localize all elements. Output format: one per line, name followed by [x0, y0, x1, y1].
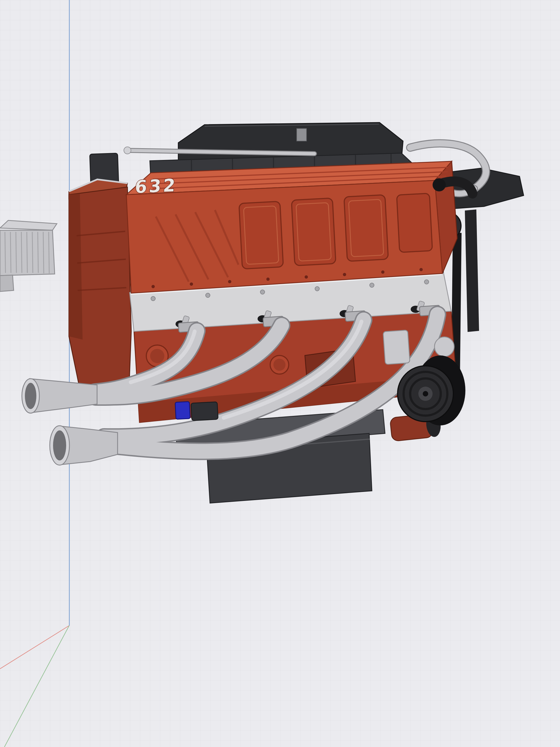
manifold-clip — [297, 129, 307, 141]
scene-canvas[interactable]: 632 — [0, 0, 560, 747]
flare-bore-upper — [25, 383, 36, 409]
fuel-rail-cap — [124, 147, 131, 154]
freeze-plug-inner — [150, 349, 164, 363]
crank-bolt — [423, 391, 428, 396]
valve-cover-front[interactable] — [126, 180, 442, 293]
pan-fittings[interactable] — [175, 402, 218, 421]
tensioner-pulley[interactable] — [434, 337, 454, 357]
displacement-label: 632 — [134, 175, 178, 197]
valve-cover[interactable]: 632 — [126, 161, 473, 293]
blue-fitting[interactable] — [175, 402, 190, 419]
pan-bracket — [191, 402, 218, 421]
flare-bore-lower — [53, 430, 66, 460]
timing-cover[interactable] — [69, 179, 131, 403]
pump-plate — [383, 330, 410, 364]
breather-fitting — [433, 178, 446, 191]
freeze-plug-inner — [274, 359, 285, 371]
cad-viewport[interactable]: 632 — [0, 0, 560, 747]
side-component-tab[interactable] — [0, 275, 14, 291]
